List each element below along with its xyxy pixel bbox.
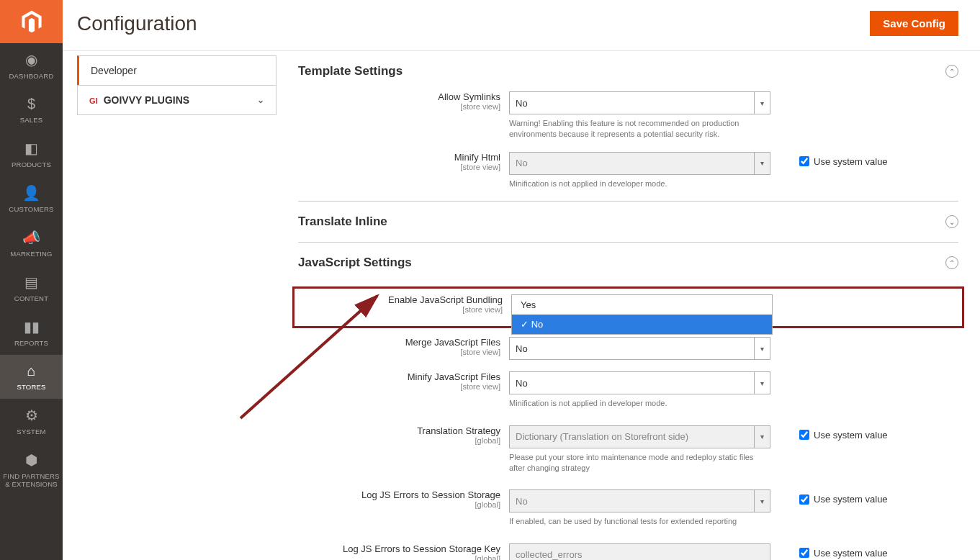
nav-content[interactable]: ▤CONTENT — [0, 266, 63, 310]
settings-area: Template Settings ⌃ Allow Symlinks [stor… — [277, 51, 980, 560]
input-log-js-key — [509, 543, 770, 560]
use-system-strategy[interactable]: Use system value — [770, 425, 888, 441]
nav-system[interactable]: ⚙SYSTEM — [0, 399, 63, 443]
admin-sidebar: ◉DASHBOARD$SALES◧PRODUCTS👤CUSTOMERS📣MARK… — [0, 0, 63, 560]
config-nav-panel: Developer GIGOIVVY PLUGINS ⌄ — [77, 51, 277, 560]
section-template-settings: Template Settings ⌃ Allow Symlinks [stor… — [298, 51, 958, 202]
dropdown-arrow-icon: ▾ — [754, 372, 764, 394]
option-no[interactable]: No — [512, 315, 772, 334]
dropdown-arrow-icon: ▾ — [754, 426, 764, 448]
dropdown-js-bundling: Yes No — [511, 294, 773, 335]
system-icon: ⚙ — [25, 407, 38, 424]
section-javascript-settings: JavaScript Settings ⌃ Enable JavaScript … — [298, 243, 958, 560]
customers-icon: 👤 — [22, 184, 40, 202]
select-log-js-errors: No ▾ — [509, 489, 770, 512]
select-minify-html: No ▾ — [509, 152, 770, 175]
nav-products[interactable]: ◧PRODUCTS — [0, 132, 63, 176]
config-nav-developer[interactable]: Developer — [77, 55, 277, 86]
checkbox-use-system[interactable] — [799, 494, 809, 505]
magento-icon — [19, 9, 44, 34]
dashboard-icon: ◉ — [25, 51, 37, 68]
dropdown-arrow-icon: ▾ — [754, 490, 764, 512]
save-config-button[interactable]: Save Config — [870, 11, 958, 36]
stores-icon: ⌂ — [27, 363, 35, 379]
magento-logo[interactable] — [0, 0, 63, 43]
use-system-minify-html[interactable]: Use system value — [770, 152, 888, 167]
label-log-js-key: Log JS Errors to Session Storage Key — [343, 543, 500, 554]
label-allow-symlinks: Allow Symlinks — [438, 91, 500, 102]
label-minify-js: Minify JavaScript Files — [408, 371, 500, 382]
label-translation-strategy: Translation Strategy — [417, 425, 500, 436]
use-system-log-key[interactable]: Use system value — [770, 543, 888, 559]
dropdown-arrow-icon: ▾ — [754, 338, 764, 359]
nav-stores[interactable]: ⌂STORES — [0, 355, 63, 399]
nav-dashboard[interactable]: ◉DASHBOARD — [0, 43, 63, 88]
select-allow-symlinks[interactable]: No ▾ — [509, 91, 770, 114]
label-log-js-errors: Log JS Errors to Session Storage — [361, 489, 500, 500]
checkbox-use-system[interactable] — [799, 156, 809, 166]
marketing-icon: 📣 — [22, 229, 40, 246]
option-yes[interactable]: Yes — [512, 295, 772, 315]
nav-sales[interactable]: $SALES — [0, 88, 63, 132]
expand-icon: ⌄ — [945, 215, 958, 228]
nav-marketing[interactable]: 📣MARKETING — [0, 221, 63, 266]
dropdown-arrow-icon: ▾ — [754, 153, 764, 174]
chevron-down-icon: ⌄ — [257, 95, 264, 105]
content-icon: ▤ — [24, 274, 38, 291]
sales-icon: $ — [27, 96, 35, 112]
nav-customers[interactable]: 👤CUSTOMERS — [0, 176, 63, 221]
label-merge-js: Merge JavaScript Files — [405, 337, 500, 348]
collapse-icon: ⌃ — [945, 65, 958, 78]
checkbox-use-system[interactable] — [799, 430, 809, 440]
select-translation-strategy: Dictionary (Translation on Storefront si… — [509, 425, 770, 448]
reports-icon: ▮▮ — [24, 318, 40, 335]
dropdown-arrow-icon: ▾ — [754, 92, 764, 114]
section-header-translate[interactable]: Translate Inline ⌄ — [298, 202, 958, 242]
label-enable-js-bundling: Enable JavaScript Bundling — [388, 294, 503, 305]
nav-reports[interactable]: ▮▮REPORTS — [0, 310, 63, 355]
page-title: Configuration — [77, 12, 197, 35]
checkbox-use-system[interactable] — [799, 548, 809, 558]
section-header-js[interactable]: JavaScript Settings ⌃ — [298, 243, 958, 283]
products-icon: ◧ — [24, 140, 38, 157]
annotation-highlight: Enable JavaScript Bundling [store view] … — [292, 286, 964, 328]
config-nav-goivvy-plugins[interactable]: GIGOIVVY PLUGINS ⌄ — [77, 85, 277, 115]
section-header-template[interactable]: Template Settings ⌃ — [298, 51, 958, 91]
select-merge-js[interactable]: No ▾ — [509, 337, 770, 360]
use-system-log-errors[interactable]: Use system value — [770, 489, 888, 505]
select-minify-js[interactable]: No ▾ — [509, 371, 770, 394]
nav-find-partners[interactable]: ⬢FIND PARTNERS & EXTENSIONS — [0, 443, 63, 496]
section-translate-inline: Translate Inline ⌄ — [298, 202, 958, 243]
label-minify-html: Minify Html — [454, 152, 500, 163]
collapse-icon: ⌃ — [945, 256, 958, 269]
page-header: Configuration Save Config — [63, 0, 980, 51]
find-partners-icon: ⬢ — [25, 451, 37, 469]
